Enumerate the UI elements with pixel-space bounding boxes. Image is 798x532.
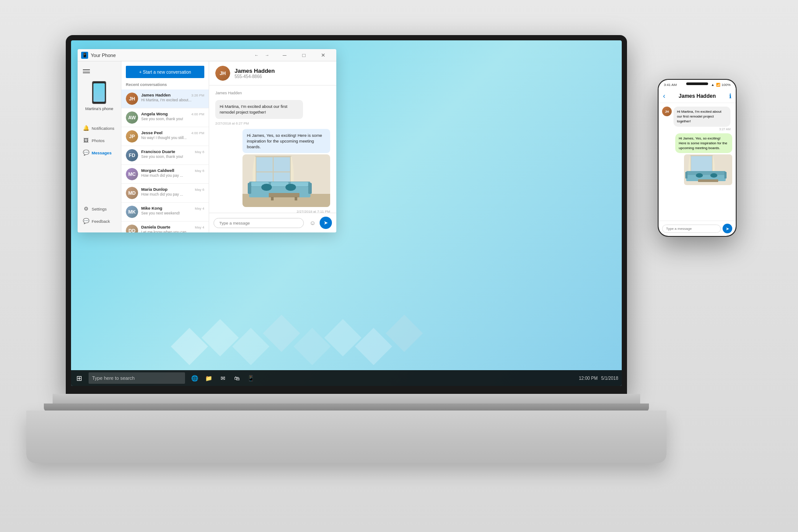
- conv-item-morgan[interactable]: MC Morgan Caldwell May 6 How much did yo…: [121, 165, 209, 184]
- sidebar-item-feedback[interactable]: 💬 Feedback: [78, 215, 121, 227]
- chat-header: JH James Hadden 555-454-8866: [209, 61, 336, 86]
- phone-notch: [686, 82, 708, 85]
- svg-rect-27: [698, 179, 718, 182]
- laptop-screen-bezel: 📱 Your Phone ← → ─ □ ✕: [66, 35, 627, 395]
- taskbar-edge-icon[interactable]: 🌐: [189, 372, 201, 384]
- conv-item-francisco[interactable]: FD Francisco Duarte May 6 See you soon, …: [121, 146, 209, 165]
- sofa-image: [242, 154, 330, 207]
- photos-icon: 🖼: [83, 137, 89, 143]
- chat-contact-name: James Hadden: [235, 68, 275, 74]
- phone-graphic: [92, 81, 106, 104]
- svg-rect-12: [308, 183, 312, 194]
- close-button[interactable]: ✕: [314, 49, 333, 61]
- chat-input[interactable]: [214, 218, 304, 228]
- chat-send-area: ☺ ➤: [307, 217, 332, 229]
- sidebar: Martina's phone 🔔 Notifications 🖼 Photos: [78, 61, 121, 232]
- chat-contact-phone: 555-454-8866: [235, 74, 275, 79]
- conv-item-maria[interactable]: MD Maria Dunlop May 6 How much did you p…: [121, 184, 209, 203]
- avatar-maria: MD: [126, 187, 138, 199]
- phone-chat-input[interactable]: [662, 225, 721, 233]
- avatar-daniela: DD: [126, 225, 138, 232]
- phone-call-button[interactable]: ℹ: [729, 93, 731, 100]
- chat-sender-label: James Hadden: [215, 91, 330, 95]
- msg1-time: 2/27/2018 at 6:27 PM: [215, 121, 330, 125]
- nav-forward[interactable]: →: [263, 51, 271, 60]
- window-nav: ← →: [252, 51, 271, 60]
- avatar-mike: MK: [126, 206, 138, 218]
- phone-graphic-screen: [93, 83, 105, 102]
- phone-sofa-image: [684, 154, 732, 185]
- sidebar-item-messages[interactable]: 💬 Messages: [78, 146, 121, 159]
- phone-send-button[interactable]: ➤: [723, 224, 732, 233]
- laptop-keyboard: [26, 411, 666, 463]
- svg-rect-17: [295, 197, 297, 200]
- conv-item-jesse[interactable]: JP Jesse Peel 4:00 PM No way! I thought …: [121, 127, 209, 146]
- conv-item-james[interactable]: JH James Hadden 3:26 PM Hi Martina, I'm …: [121, 89, 209, 108]
- sidebar-nav: 🔔 Notifications 🖼 Photos 💬 Messages: [78, 122, 121, 159]
- sidebar-item-settings[interactable]: ⚙ Settings: [78, 203, 121, 215]
- message-bubble-2: Hi James, Yes, so exciting! Here is some…: [242, 129, 330, 154]
- settings-icon: ⚙: [83, 206, 89, 212]
- svg-rect-24: [724, 172, 727, 179]
- conversations-label: Recent conversations: [121, 82, 209, 89]
- new-conversation-button[interactable]: + Start a new conversation: [126, 66, 204, 78]
- phone-time: 3:41 AM: [664, 83, 677, 87]
- conv-item-daniela[interactable]: DD Daniela Duarte May 4 Let me know when…: [121, 221, 209, 232]
- phone-icon-container: Martina's phone: [86, 81, 114, 112]
- desktop-bg-shapes: [71, 281, 622, 368]
- taskbar-date: 5/1/2018: [601, 376, 618, 381]
- taskbar-right: 12:00 PM 5/1/2018: [579, 376, 622, 381]
- taskbar: ⊞ Type here to search 🌐 📁 ✉ 🛍 📱 12:00 PM…: [71, 370, 622, 386]
- avatar-francisco: FD: [126, 149, 138, 161]
- taskbar-store-icon[interactable]: 🛍: [231, 372, 243, 384]
- conv-item-mike[interactable]: MK Mike Kong May 4 See you next weekend!: [121, 203, 209, 221]
- phone-status-right: ▲ 📶 100%: [711, 83, 730, 87]
- phone-header: ‹ James Hadden ℹ: [659, 89, 736, 103]
- window-title: Your Phone: [91, 53, 252, 58]
- maximize-button[interactable]: □: [294, 49, 314, 61]
- sidebar-item-photos[interactable]: 🖼 Photos: [78, 134, 121, 146]
- phone-label: Martina's phone: [86, 107, 114, 112]
- send-button[interactable]: ➤: [320, 217, 332, 229]
- svg-rect-23: [685, 172, 688, 179]
- taskbar-time: 12:00 PM: [579, 376, 598, 381]
- phone-msg2-group: Hi James, Yes, so exciting! Here is some…: [662, 133, 732, 186]
- msg2-group: Hi James, Yes, so exciting! Here is some…: [215, 129, 330, 213]
- notifications-icon: 🔔: [83, 125, 89, 131]
- taskbar-mail-icon[interactable]: ✉: [217, 372, 229, 384]
- message-bubble-1: Hi Martina, I'm excited about our first …: [215, 100, 303, 119]
- laptop-screen: 📱 Your Phone ← → ─ □ ✕: [71, 40, 622, 386]
- avatar-james: JH: [126, 93, 138, 105]
- messages-icon: 💬: [83, 150, 89, 156]
- app-content: Martina's phone 🔔 Notifications 🖼 Photos: [78, 61, 336, 232]
- taskbar-search[interactable]: Type here to search: [89, 372, 185, 384]
- taskbar-folder-icon[interactable]: 📁: [203, 372, 215, 384]
- scene: 📱 Your Phone ← → ─ □ ✕: [0, 0, 798, 532]
- phone-device: 3:41 AM ▲ 📶 100% ‹ James Hadden ℹ JH Hi …: [658, 79, 737, 237]
- svg-rect-15: [269, 193, 299, 197]
- svg-rect-11: [248, 183, 251, 194]
- conv-item-angela[interactable]: AW Angela Wong 4:00 PM See you soon, tha…: [121, 108, 209, 127]
- sidebar-item-notifications[interactable]: 🔔 Notifications: [78, 122, 121, 134]
- start-button[interactable]: ⊞: [71, 370, 87, 386]
- emoji-button[interactable]: ☺: [307, 218, 318, 228]
- phone-back-button[interactable]: ‹: [663, 92, 665, 100]
- laptop: 📱 Your Phone ← → ─ □ ✕: [53, 35, 658, 465]
- phone-message-2: Hi James, Yes, so exciting! Here is some…: [675, 133, 732, 154]
- chat-input-area: ☺ ➤: [209, 213, 336, 232]
- taskbar-phone-icon[interactable]: 📱: [245, 372, 257, 384]
- phone-msg1-time: 3:27 AM: [673, 128, 730, 131]
- svg-rect-22: [686, 171, 726, 175]
- avatar-jesse: JP: [126, 130, 138, 143]
- chat-messages: James Hadden Hi Martina, I'm excited abo…: [209, 86, 336, 213]
- nav-back[interactable]: ←: [252, 51, 261, 60]
- conversations-list: JH James Hadden 3:26 PM Hi Martina, I'm …: [121, 89, 209, 232]
- svg-point-13: [261, 184, 272, 191]
- minimize-button[interactable]: ─: [275, 49, 294, 61]
- phone-message-1: Hi Martina, I'm excited about our first …: [673, 107, 730, 127]
- phone-contact-name: James Hadden: [669, 93, 726, 99]
- hamburger-menu[interactable]: [78, 67, 121, 76]
- phone-screen: 3:41 AM ▲ 📶 100% ‹ James Hadden ℹ JH Hi …: [659, 80, 736, 236]
- svg-rect-16: [271, 197, 274, 200]
- chat-header-avatar: JH: [215, 66, 230, 81]
